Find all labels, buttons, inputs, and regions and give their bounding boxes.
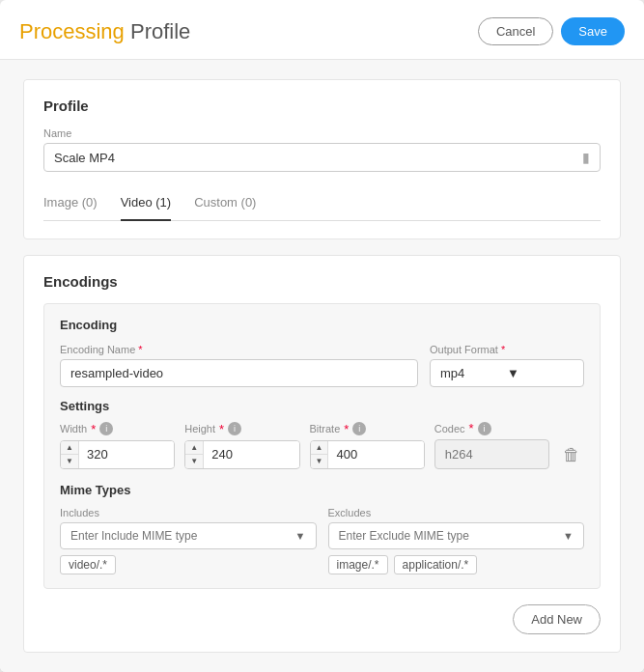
includes-dropdown[interactable]: ▼: [60, 522, 317, 549]
codec-asterisk: *: [469, 421, 474, 435]
encodings-title: Encodings: [43, 273, 601, 290]
bitrate-input[interactable]: [328, 441, 423, 467]
encoding-name-asterisk: *: [138, 344, 142, 355]
profile-section-title: Profile: [43, 98, 601, 114]
settings-row: Width * i ▲ ▼: [60, 421, 584, 469]
encoding-name-label: Encoding Name *: [60, 344, 418, 355]
width-col: Width * i ▲ ▼: [60, 422, 175, 469]
excludes-tags: image/.* application/.*: [328, 555, 585, 574]
page-title: Processing Profile: [19, 19, 190, 44]
codec-field-row: Codec * i: [434, 421, 549, 435]
title-part2: Profile: [125, 19, 190, 43]
bitrate-col: Bitrate * i ▲ ▼: [310, 422, 425, 469]
output-format-select[interactable]: mp4 ▼: [430, 359, 584, 387]
encoding-name-col: Encoding Name *: [60, 344, 418, 387]
bitrate-field-row: Bitrate * i: [310, 422, 425, 436]
add-new-button[interactable]: Add New: [513, 604, 601, 634]
width-up-btn[interactable]: ▲: [61, 441, 78, 456]
includes-tags: video/.*: [60, 555, 317, 574]
mime-types-section: Mime Types Includes ▼ video/.*: [60, 483, 584, 574]
excludes-label: Excludes: [328, 507, 585, 518]
height-up-btn[interactable]: ▲: [185, 441, 203, 456]
excludes-col: Excludes ▼ image/.* application/.*: [328, 507, 585, 574]
output-format-arrow-icon: ▼: [507, 366, 574, 380]
settings-title: Settings: [60, 399, 584, 413]
encoding-name-row: Encoding Name * Output Format *: [60, 344, 584, 387]
modal-container: Processing Profile Cancel Save Profile N…: [0, 0, 644, 672]
tab-image[interactable]: Image (0): [43, 187, 98, 221]
bitrate-up-btn[interactable]: ▲: [311, 441, 328, 456]
name-input-wrapper: ▮: [43, 143, 601, 172]
add-new-row: Add New: [43, 604, 601, 634]
mime-types-title: Mime Types: [60, 483, 584, 497]
height-label: Height: [184, 423, 215, 434]
height-asterisk: *: [219, 422, 224, 436]
width-field-row: Width * i: [60, 422, 175, 436]
height-info-icon[interactable]: i: [228, 422, 241, 435]
settings-block: Settings Width * i ▲: [60, 399, 584, 469]
bitrate-spinner: ▲ ▼: [311, 441, 329, 468]
bitrate-down-btn[interactable]: ▼: [311, 455, 328, 468]
includes-arrow-icon: ▼: [295, 530, 306, 542]
encoding-name-input-wrapper: [60, 359, 418, 387]
modal-header: Processing Profile Cancel Save: [0, 0, 644, 60]
includes-input[interactable]: [70, 529, 295, 543]
title-part1: Processing: [19, 19, 125, 43]
excludes-input[interactable]: [339, 529, 564, 543]
bitrate-asterisk: *: [344, 422, 349, 436]
encoding-block-title: Encoding: [60, 318, 584, 332]
height-col: Height * i ▲ ▼: [184, 422, 299, 469]
exclude-tag-0: image/.*: [328, 555, 388, 574]
include-tag-0: video/.*: [60, 555, 116, 574]
encodings-section: Encodings Encoding Encoding Name *: [23, 255, 621, 653]
height-input[interactable]: [204, 441, 298, 467]
output-format-value: mp4: [440, 366, 507, 380]
width-spinner: ▲ ▼: [61, 441, 79, 468]
codec-info-icon[interactable]: i: [478, 422, 491, 435]
tabs-bar: Image (0) Video (1) Custom (0): [43, 187, 601, 221]
width-info-icon[interactable]: i: [99, 422, 113, 435]
width-input-wrapper: ▲ ▼: [60, 440, 175, 469]
width-down-btn[interactable]: ▼: [61, 455, 78, 468]
profile-section: Profile Name ▮ Image (0) Video (1) Custo…: [23, 79, 621, 239]
includes-col: Includes ▼ video/.*: [60, 507, 317, 574]
encoding-block: Encoding Encoding Name *: [43, 303, 601, 589]
bitrate-info-icon[interactable]: i: [352, 422, 366, 435]
excludes-arrow-icon: ▼: [563, 530, 574, 542]
delete-encoding-button[interactable]: 🗑: [559, 445, 584, 465]
cancel-button[interactable]: Cancel: [478, 17, 553, 45]
width-input[interactable]: [79, 441, 174, 467]
encoding-name-input[interactable]: [70, 366, 407, 380]
bitrate-input-wrapper: ▲ ▼: [310, 440, 425, 469]
height-down-btn[interactable]: ▼: [185, 455, 203, 468]
excludes-dropdown[interactable]: ▼: [328, 522, 585, 549]
tab-video[interactable]: Video (1): [121, 187, 172, 221]
bitrate-label: Bitrate: [310, 423, 341, 434]
height-spinner: ▲ ▼: [185, 441, 204, 468]
codec-label: Codec: [434, 423, 465, 434]
output-format-asterisk: *: [501, 344, 505, 355]
name-input[interactable]: [54, 151, 582, 165]
codec-col: Codec * i: [434, 421, 549, 469]
height-input-wrapper: ▲ ▼: [184, 440, 299, 469]
header-buttons: Cancel Save: [478, 17, 625, 45]
output-format-label: Output Format *: [430, 344, 584, 355]
tab-custom[interactable]: Custom (0): [194, 187, 256, 221]
mime-row: Includes ▼ video/.* Excludes: [60, 507, 584, 574]
exclude-tag-1: application/.*: [394, 555, 478, 574]
codec-input: [434, 439, 549, 469]
save-button[interactable]: Save: [561, 17, 625, 45]
save-icon: ▮: [582, 150, 590, 165]
includes-label: Includes: [60, 507, 317, 518]
name-label: Name: [43, 127, 601, 139]
modal-body: Profile Name ▮ Image (0) Video (1) Custo…: [0, 60, 644, 672]
delete-col: 🗑: [559, 445, 584, 469]
width-label: Width: [60, 423, 87, 434]
height-field-row: Height * i: [184, 422, 299, 436]
output-format-col: Output Format * mp4 ▼: [430, 344, 584, 387]
width-asterisk: *: [91, 422, 96, 436]
